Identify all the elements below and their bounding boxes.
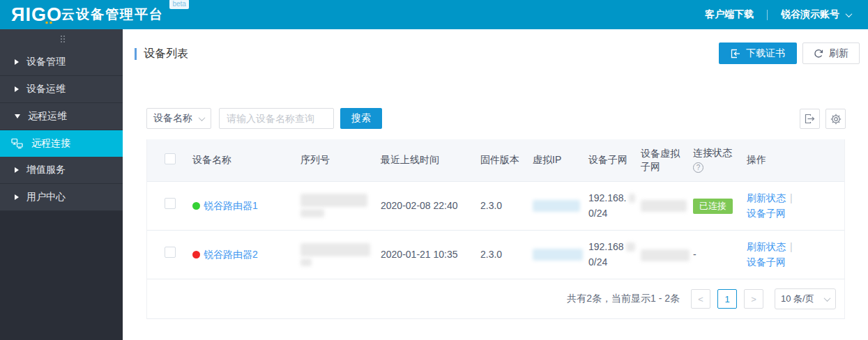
table-row: 锐谷路由器1 2020-02-08 22:40 2.3.0 192.168.	[147, 181, 844, 230]
row-checkbox[interactable]	[165, 247, 176, 258]
rigo-logo: ЯIGO	[7, 4, 53, 26]
serial-cell	[300, 181, 381, 230]
device-subnet-cell: 192.168. 0/24	[588, 181, 641, 230]
main-content: 设备列表 下载证书 刷新 设备名称	[123, 29, 868, 340]
redacted-serial	[300, 209, 324, 217]
topbar: ЯIGO 云设备管理平台 beta 客户端下载 锐谷演示账号	[0, 0, 868, 29]
prev-page-button[interactable]: <	[691, 289, 710, 309]
redacted-serial	[300, 258, 312, 266]
col-header-last-online: 最近上线时间	[381, 139, 480, 181]
current-page-button[interactable]: 1	[717, 289, 737, 309]
export-icon	[805, 114, 815, 124]
sidebar: 设备管理 设备运维 远程运维 远程连接	[0, 29, 123, 340]
select-all-checkbox[interactable]	[165, 153, 176, 164]
table-header-row: 设备名称 序列号 最近上线时间 固件版本 虚拟IP 设备子网 设备虚拟子网 连接…	[147, 139, 844, 181]
chevron-down-icon	[199, 114, 206, 121]
last-online-cell: 2020-01-21 10:35	[381, 230, 480, 279]
arrow-right-icon	[15, 59, 19, 65]
last-online-cell: 2020-02-08 22:40	[381, 181, 480, 230]
device-name-link[interactable]: 锐谷路由器1	[204, 198, 258, 213]
firmware-cell: 2.3.0	[480, 181, 533, 230]
arrow-right-icon	[15, 167, 19, 173]
pagination-bar: 共有2条，当前显示1 - 2条 < 1 > 10 条/页	[147, 279, 844, 319]
serial-cell	[300, 230, 381, 279]
help-icon[interactable]: ?	[693, 162, 703, 173]
device-subnet-link[interactable]: 设备子网	[747, 208, 786, 219]
redacted-serial	[300, 194, 367, 207]
sidebar-collapse-handle[interactable]	[0, 29, 123, 49]
row-checkbox[interactable]	[165, 198, 176, 209]
col-header-device-subnet: 设备子网	[588, 139, 641, 181]
column-settings-button[interactable]	[825, 109, 846, 129]
remote-connection-icon	[11, 138, 23, 149]
firmware-cell: 2.3.0	[480, 230, 533, 279]
page-title: 设备列表	[144, 47, 188, 61]
title-accent-bar	[135, 48, 137, 60]
col-header-connection-status: 连接状态 ?	[693, 139, 747, 181]
col-header-device-name: 设备名称	[192, 139, 300, 181]
refresh-status-link[interactable]: 刷新状态	[747, 192, 786, 203]
arrow-right-icon	[15, 194, 19, 200]
redacted-subnet-part	[626, 242, 635, 252]
pagination-summary: 共有2条，当前显示1 - 2条	[567, 293, 680, 305]
sidebar-item-remote-ops[interactable]: 远程运维	[0, 103, 123, 130]
sidebar-item-value-added[interactable]: 增值服务	[0, 157, 123, 184]
download-certificate-icon	[731, 49, 740, 59]
online-status-dot	[192, 202, 200, 210]
actions-cell: 刷新状态| 设备子网	[747, 230, 844, 279]
client-download-link[interactable]: 客户端下载	[705, 8, 754, 21]
device-name-link[interactable]: 锐谷路由器2	[204, 247, 258, 262]
chevron-down-icon	[824, 295, 831, 302]
col-header-serial: 序列号	[300, 139, 381, 181]
download-certificate-button[interactable]: 下载证书	[719, 42, 797, 64]
search-input[interactable]	[219, 108, 334, 129]
offline-status-dot	[192, 251, 200, 258]
page-size-select[interactable]: 10 条/页	[775, 288, 836, 309]
export-button[interactable]	[800, 109, 820, 129]
next-page-button[interactable]: >	[744, 289, 763, 309]
topbar-divider	[767, 10, 768, 20]
col-header-firmware: 固件版本	[480, 139, 533, 181]
logo-text: ЯIGO	[11, 4, 62, 26]
gear-icon	[830, 114, 842, 125]
sidebar-footer-area	[0, 211, 123, 340]
col-header-device-virtual-subnet: 设备虚拟子网	[641, 139, 693, 181]
refresh-button[interactable]: 刷新	[802, 42, 860, 64]
filter-field-select[interactable]: 设备名称	[146, 108, 211, 129]
beta-badge: beta	[169, 0, 188, 9]
app-title: 云设备管理平台 beta	[61, 6, 164, 24]
device-subnet-link[interactable]: 设备子网	[747, 256, 786, 268]
account-name: 锐谷演示账号	[781, 8, 839, 21]
col-header-actions: 操作	[747, 139, 844, 181]
redacted-virtual-ip	[533, 200, 580, 212]
redacted-serial	[300, 243, 370, 256]
search-button[interactable]: 搜索	[340, 108, 382, 129]
refresh-icon	[814, 49, 823, 59]
redacted-subnet-part	[629, 194, 636, 203]
arrow-down-icon	[15, 114, 20, 118]
sidebar-item-device-ops[interactable]: 设备运维	[0, 76, 123, 103]
redacted-virtual-subnet	[641, 249, 690, 261]
sidebar-item-remote-connect-active[interactable]: 远程连接	[0, 130, 123, 157]
redacted-virtual-ip	[533, 249, 583, 261]
status-badge: 已连接	[693, 199, 733, 214]
sidebar-item-user-center[interactable]: 用户中心	[0, 184, 123, 211]
device-subnet-cell: 192.168 0/24	[588, 230, 641, 279]
device-table: 设备名称 序列号 最近上线时间 固件版本 虚拟IP 设备子网 设备虚拟子网 连接…	[146, 139, 845, 319]
actions-cell: 刷新状态| 设备子网	[747, 181, 844, 230]
account-menu[interactable]: 锐谷演示账号	[781, 8, 851, 21]
drag-dots-icon	[61, 36, 62, 37]
chevron-down-icon	[846, 10, 853, 17]
col-header-virtual-ip: 虚拟IP	[533, 139, 588, 181]
refresh-status-link[interactable]: 刷新状态	[747, 241, 786, 252]
table-row: 锐谷路由器2 2020-01-21 10:35 2.3.0 192.168	[147, 230, 844, 279]
arrow-right-icon	[15, 86, 19, 92]
connection-status-cell: -	[693, 230, 747, 279]
sidebar-item-device-management[interactable]: 设备管理	[0, 49, 123, 76]
redacted-virtual-subnet	[641, 200, 687, 212]
